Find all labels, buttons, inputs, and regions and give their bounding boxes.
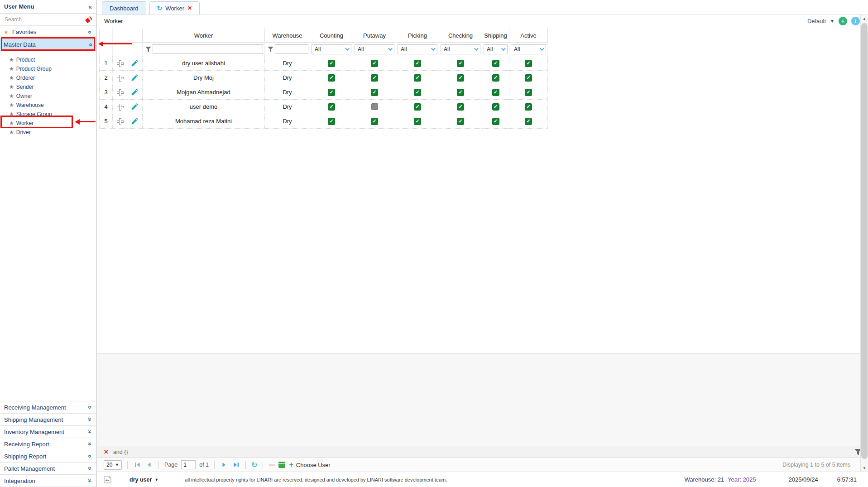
picking-checkbox[interactable]: [414, 89, 421, 96]
sidebar-item[interactable]: ★ Product Group: [0, 64, 96, 73]
edit-pencil-icon[interactable]: [131, 74, 138, 81]
header-warehouse[interactable]: Warehouse: [265, 29, 310, 43]
chevron-down-icon[interactable]: »: [87, 30, 93, 34]
sidebar-section[interactable]: Receiving Report »: [0, 438, 96, 450]
star-icon[interactable]: ★: [9, 93, 14, 99]
star-icon[interactable]: ★: [9, 84, 14, 90]
star-icon[interactable]: ★: [9, 102, 14, 108]
grid-view-icon[interactable]: [278, 462, 285, 468]
star-icon[interactable]: ★: [9, 75, 14, 81]
sidebar-item[interactable]: ★ Product: [0, 55, 96, 64]
filter-funnel-icon[interactable]: [145, 47, 151, 52]
scroll-down-icon[interactable]: ▼: [861, 464, 868, 472]
header-worker[interactable]: Worker: [143, 29, 265, 43]
sidebar-item-master-data[interactable]: Master Data »: [0, 39, 96, 51]
chevron-up-icon[interactable]: »: [87, 43, 93, 47]
edit-pencil-icon[interactable]: [131, 103, 138, 110]
table-row[interactable]: 2 Dry Moj Dry: [99, 71, 548, 85]
shipping-checkbox[interactable]: [492, 74, 499, 82]
table-row[interactable]: 4 user demo Dry: [99, 100, 548, 114]
picking-checkbox[interactable]: [414, 118, 421, 125]
filter-picking-select[interactable]: All: [398, 44, 437, 54]
scrollbar-thumb[interactable]: [861, 23, 868, 459]
counting-checkbox[interactable]: [328, 103, 335, 111]
putaway-checkbox[interactable]: [371, 74, 378, 82]
view-selector[interactable]: Default: [807, 18, 826, 24]
counting-checkbox[interactable]: [328, 89, 335, 96]
sidebar-section[interactable]: Shipping Management »: [0, 414, 96, 426]
active-checkbox[interactable]: [525, 89, 532, 96]
chevron-down-icon[interactable]: »: [87, 479, 93, 482]
close-tab-icon[interactable]: ✕: [187, 5, 192, 11]
move-row-icon[interactable]: [117, 60, 123, 66]
header-picking[interactable]: Picking: [396, 29, 439, 43]
filter-counting-select[interactable]: All: [312, 44, 351, 54]
sidebar-section[interactable]: Pallet Management »: [0, 463, 96, 475]
last-page-button[interactable]: [232, 461, 240, 469]
sidebar-item[interactable]: ★ Storage Group: [0, 110, 96, 119]
checking-checkbox[interactable]: [457, 103, 464, 111]
tab-dashboard[interactable]: Dashboard: [102, 1, 146, 14]
move-row-icon[interactable]: [117, 104, 123, 110]
star-icon[interactable]: ★: [9, 129, 14, 135]
sidebar-item[interactable]: ★ Worker: [0, 119, 96, 128]
vertical-scrollbar[interactable]: ▲ ▼: [860, 15, 868, 472]
page-size-select[interactable]: 20▼: [104, 460, 122, 470]
filter-shipping-select[interactable]: All: [484, 44, 508, 54]
picking-checkbox[interactable]: [414, 60, 421, 67]
chevron-down-icon[interactable]: »: [87, 454, 93, 458]
active-checkbox[interactable]: [525, 103, 532, 111]
move-row-icon[interactable]: [117, 89, 123, 95]
picking-checkbox[interactable]: [414, 103, 421, 111]
filter-putaway-select[interactable]: All: [355, 44, 394, 54]
choose-user-button[interactable]: + Choose User: [289, 461, 330, 469]
counting-checkbox[interactable]: [328, 118, 335, 125]
move-row-icon[interactable]: [117, 75, 123, 81]
shipping-checkbox[interactable]: [492, 60, 499, 67]
filter-checking-select[interactable]: All: [441, 44, 480, 54]
edit-pencil-icon[interactable]: [131, 60, 138, 67]
header-checking[interactable]: Checking: [439, 29, 482, 43]
filter-worker-input[interactable]: [153, 44, 263, 54]
shipping-checkbox[interactable]: [492, 103, 499, 111]
putaway-checkbox[interactable]: [371, 89, 378, 96]
sidebar-section[interactable]: Integeration »: [0, 475, 96, 487]
chevron-down-icon[interactable]: »: [87, 430, 93, 434]
header-active[interactable]: Active: [509, 29, 548, 43]
sidebar-item[interactable]: ★ Orderer: [0, 73, 96, 82]
move-row-icon[interactable]: [117, 118, 123, 124]
sidebar-section[interactable]: Inventory Management »: [0, 426, 96, 438]
chevron-down-icon[interactable]: »: [87, 418, 93, 421]
putaway-checkbox[interactable]: [371, 60, 378, 67]
picking-checkbox[interactable]: [414, 74, 421, 82]
counting-checkbox[interactable]: [328, 60, 335, 67]
star-icon[interactable]: ★: [9, 57, 14, 63]
refresh-grid-icon[interactable]: ↻: [251, 461, 257, 469]
add-view-button[interactable]: +: [839, 17, 847, 25]
header-putaway[interactable]: Putaway: [353, 29, 396, 43]
counting-checkbox[interactable]: [328, 74, 335, 82]
star-icon[interactable]: ★: [9, 111, 14, 117]
scroll-up-icon[interactable]: ▲: [861, 15, 868, 22]
filter-active-select[interactable]: All: [511, 44, 546, 54]
caret-down-icon[interactable]: ▼: [830, 19, 834, 24]
sidebar-item[interactable]: ★ Driver: [0, 128, 96, 137]
shipping-checkbox[interactable]: [492, 118, 499, 125]
header-shipping[interactable]: Shipping: [482, 29, 509, 43]
user-menu-dropdown[interactable]: dry user▼: [129, 477, 158, 483]
sidebar-section[interactable]: Receiving Management »: [0, 401, 96, 414]
checking-checkbox[interactable]: [457, 89, 464, 96]
table-row[interactable]: 1 dry user alishahi Dry: [99, 56, 548, 71]
remove-row-icon[interactable]: —: [269, 461, 275, 468]
table-row[interactable]: 5 Mohamad reza Matini Dry: [99, 114, 548, 129]
star-icon[interactable]: ★: [9, 66, 14, 72]
active-checkbox[interactable]: [525, 118, 532, 125]
sidebar-item[interactable]: ★ Sender: [0, 82, 96, 92]
checking-checkbox[interactable]: [457, 118, 464, 125]
table-row[interactable]: 3 Mojgan Ahmadnejad Dry: [99, 85, 548, 100]
header-counting[interactable]: Counting: [310, 29, 353, 43]
checking-checkbox[interactable]: [457, 60, 464, 67]
tab-worker[interactable]: ↻ Worker ✕: [149, 1, 200, 14]
sidebar-item[interactable]: ★ Owner: [0, 92, 96, 101]
edit-pencil-icon[interactable]: [131, 118, 138, 125]
